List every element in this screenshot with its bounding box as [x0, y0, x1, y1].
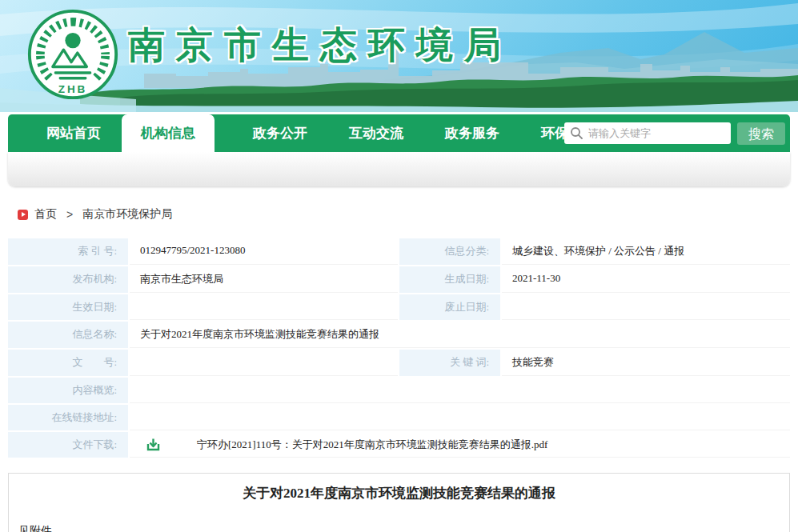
nav-tab-gov-services[interactable]: 政务服务	[442, 114, 503, 152]
nav-tab-gov-disclosure[interactable]: 政务公开	[250, 114, 311, 152]
article-body: 见附件.	[18, 524, 789, 532]
bureau-logo: ZHB	[26, 8, 119, 101]
field-index-value: 012947795/2021-123080	[130, 238, 398, 265]
nav-tab-interaction[interactable]: 互动交流	[346, 114, 407, 152]
field-category-value: 城乡建设、环境保护 / 公示公告 / 通报	[502, 238, 790, 265]
header-banner: ZHB 南京市生态环境局	[0, 0, 798, 112]
field-keyword-label: 关 键 词:	[399, 350, 500, 376]
site-title: 南京市生态环境局	[128, 21, 512, 70]
field-index-label: 索 引 号:	[8, 238, 128, 265]
home-marker-icon	[18, 210, 28, 220]
article-title: 关于对2021年度南京市环境监测技能竞赛结果的通报	[9, 484, 789, 502]
field-gen-date-label: 生成日期:	[399, 266, 500, 293]
nav-tab-site-home[interactable]: 网站首页	[43, 114, 104, 152]
field-name-value: 关于对2021年度南京市环境监测技能竞赛结果的通报	[130, 322, 790, 348]
field-effective-date-label: 生效日期:	[8, 294, 128, 320]
search-icon	[570, 126, 583, 140]
search-button[interactable]: 搜索	[737, 122, 785, 145]
nav-substrip	[8, 152, 790, 186]
article-panel: 关于对2021年度南京市环境监测技能竞赛结果的通报 见附件.	[8, 473, 790, 532]
field-category-label: 信息分类:	[399, 238, 500, 265]
field-keyword-value: 技能竞赛	[502, 350, 790, 376]
breadcrumb: 首页 > 南京市环境保护局	[18, 207, 798, 222]
main-navigation: 网站首页 机构信息 政务公开 互动交流 政务服务 环保业务 搜索	[8, 114, 790, 186]
field-summary-label: 内容概览:	[8, 378, 128, 403]
field-publisher-label: 发布机构:	[8, 266, 128, 293]
field-online-link-label: 在线链接地址:	[8, 405, 128, 430]
field-doc-number-value	[130, 350, 398, 376]
field-repeal-date-label: 废止日期:	[399, 294, 500, 320]
download-file-link[interactable]: 宁环办[2021]110号：关于对2021年度南京市环境监测技能竞赛结果的通报.…	[197, 438, 547, 452]
field-download-value: 宁环办[2021]110号：关于对2021年度南京市环境监测技能竞赛结果的通报.…	[130, 432, 790, 458]
search-input[interactable]	[564, 122, 731, 144]
breadcrumb-current[interactable]: 南京市环境保护局	[82, 207, 172, 222]
field-repeal-date-value	[502, 294, 790, 320]
field-download-label: 文件下载:	[8, 432, 128, 458]
field-doc-number-label: 文 号:	[8, 350, 128, 376]
svg-text:ZHB: ZHB	[58, 83, 87, 95]
field-publisher-value: 南京市生态环境局	[130, 266, 398, 293]
field-effective-date-value	[130, 294, 398, 320]
nav-tab-org-info[interactable]: 机构信息	[122, 114, 215, 152]
download-icon[interactable]	[146, 438, 160, 451]
search-box	[564, 122, 731, 144]
breadcrumb-home-link[interactable]: 首页	[34, 207, 57, 222]
field-name-label: 信息名称:	[8, 322, 128, 348]
breadcrumb-separator: >	[66, 208, 73, 221]
field-online-link-value	[130, 405, 790, 430]
document-info-table: 索 引 号: 012947795/2021-123080 信息分类: 城乡建设、…	[8, 238, 790, 458]
field-gen-date-value: 2021-11-30	[502, 266, 790, 293]
field-summary-value	[130, 378, 790, 403]
